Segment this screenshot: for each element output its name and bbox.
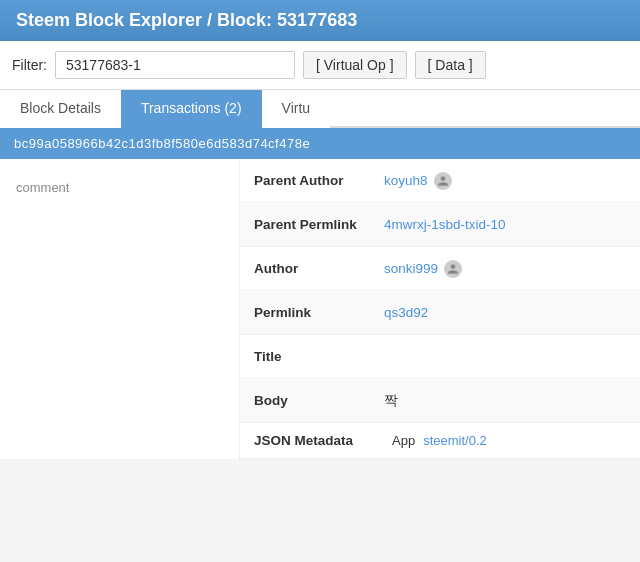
table-row: Title — [240, 335, 640, 379]
detail-table: Parent Author koyuh8 Parent Permlink 4mw… — [240, 159, 640, 459]
parent-author-user-icon — [434, 172, 452, 190]
row-key-parent-permlink: Parent Permlink — [254, 217, 384, 232]
filter-bar: Filter: [ Virtual Op ] [ Data ] — [0, 41, 640, 90]
json-metadata-key: JSON Metadata — [254, 433, 384, 448]
row-value-permlink: qs3d92 — [384, 305, 428, 320]
header-title: Steem Block Explorer / Block: 53177683 — [16, 10, 357, 30]
page-header: Steem Block Explorer / Block: 53177683 — [0, 0, 640, 41]
row-value-parent-permlink: 4mwrxj-1sbd-txid-10 — [384, 217, 506, 232]
row-value-author: sonki999 — [384, 260, 462, 278]
tabs: Block Details Transactions (2) Virtu — [0, 90, 640, 128]
tab-virtu[interactable]: Virtu — [262, 90, 331, 128]
json-metadata-row: JSON Metadata App steemit/0.2 — [240, 423, 640, 459]
op-type: comment — [16, 180, 69, 195]
table-row: Parent Author koyuh8 — [240, 159, 640, 203]
json-metadata-app-value: steemit/0.2 — [423, 433, 487, 448]
tab-transactions[interactable]: Transactions (2) — [121, 90, 262, 128]
table-row: Parent Permlink 4mwrxj-1sbd-txid-10 — [240, 203, 640, 247]
tx-hash: bc99a058966b42c1d3fb8f580e6d583d74cf478e — [14, 136, 310, 151]
row-key-permlink: Permlink — [254, 305, 384, 320]
author-link[interactable]: sonki999 — [384, 261, 438, 276]
table-row: Body 짝 — [240, 379, 640, 423]
tx-hash-bar: bc99a058966b42c1d3fb8f580e6d583d74cf478e — [0, 128, 640, 159]
row-key-title: Title — [254, 349, 384, 364]
filter-label: Filter: — [12, 57, 47, 73]
author-user-icon — [444, 260, 462, 278]
row-key-parent-author: Parent Author — [254, 173, 384, 188]
parent-author-link[interactable]: koyuh8 — [384, 173, 428, 188]
row-value-body: 짝 — [384, 392, 398, 410]
main-content: comment Parent Author koyuh8 Parent Perm… — [0, 159, 640, 459]
virtual-op-button[interactable]: [ Virtual Op ] — [303, 51, 407, 79]
permlink-link[interactable]: qs3d92 — [384, 305, 428, 320]
data-button[interactable]: [ Data ] — [415, 51, 486, 79]
table-row: Permlink qs3d92 — [240, 291, 640, 335]
row-key-author: Author — [254, 261, 384, 276]
row-key-body: Body — [254, 393, 384, 408]
op-label-column: comment — [0, 159, 240, 459]
json-metadata-app-key: App — [392, 433, 415, 448]
tab-block-details[interactable]: Block Details — [0, 90, 121, 128]
row-value-parent-author: koyuh8 — [384, 172, 452, 190]
table-row: Author sonki999 — [240, 247, 640, 291]
parent-permlink-link[interactable]: 4mwrxj-1sbd-txid-10 — [384, 217, 506, 232]
filter-input[interactable] — [55, 51, 295, 79]
